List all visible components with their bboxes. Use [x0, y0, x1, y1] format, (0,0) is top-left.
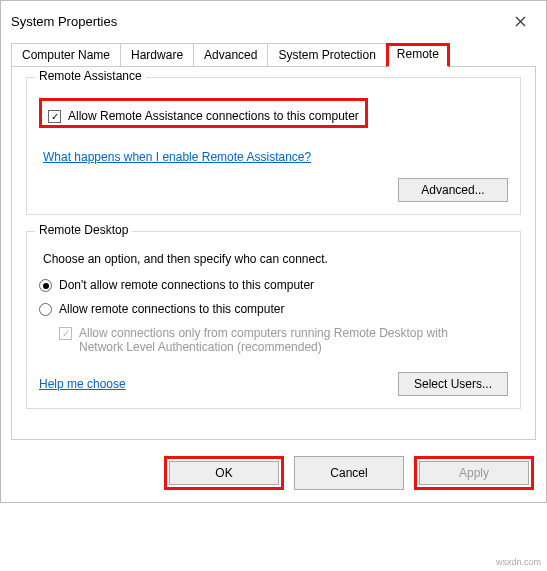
dialog-buttons: OK Cancel Apply [1, 448, 546, 502]
nla-checkbox-label: Allow connections only from computers ru… [79, 326, 479, 354]
apply-button: Apply [419, 461, 529, 485]
allow-remote-assistance-highlight: ✓ Allow Remote Assistance connections to… [39, 98, 368, 128]
cancel-button[interactable]: Cancel [294, 456, 404, 490]
radio-dont-allow[interactable]: Don't allow remote connections to this c… [39, 278, 508, 292]
remote-assistance-group: Remote Assistance ✓ Allow Remote Assista… [26, 77, 521, 215]
advanced-button[interactable]: Advanced... [398, 178, 508, 202]
radio-allow-label: Allow remote connections to this compute… [59, 302, 284, 316]
tab-advanced[interactable]: Advanced [193, 43, 268, 66]
tab-strip: Computer Name Hardware Advanced System P… [11, 43, 536, 67]
tab-remote[interactable]: Remote [386, 43, 450, 67]
select-users-button[interactable]: Select Users... [398, 372, 508, 396]
apply-highlight: Apply [414, 456, 534, 490]
tab-remote-pane: Remote Assistance ✓ Allow Remote Assista… [11, 67, 536, 440]
help-me-choose-link[interactable]: Help me choose [39, 377, 126, 391]
remote-desktop-group: Remote Desktop Choose an option, and the… [26, 231, 521, 409]
tab-system-protection[interactable]: System Protection [267, 43, 386, 66]
remote-assistance-title: Remote Assistance [35, 69, 146, 83]
watermark: wsxdn.com [496, 557, 541, 567]
tab-hardware[interactable]: Hardware [120, 43, 194, 66]
tab-computer-name[interactable]: Computer Name [11, 43, 121, 66]
radio-icon [39, 279, 52, 292]
titlebar: System Properties [1, 1, 546, 39]
radio-icon [39, 303, 52, 316]
nla-checkbox: ✓ Allow connections only from computers … [59, 326, 508, 354]
allow-remote-assistance-checkbox[interactable]: ✓ Allow Remote Assistance connections to… [48, 109, 359, 123]
ok-highlight: OK [164, 456, 284, 490]
radio-dont-allow-label: Don't allow remote connections to this c… [59, 278, 314, 292]
close-icon[interactable] [504, 9, 536, 33]
system-properties-window: System Properties Computer Name Hardware… [0, 0, 547, 503]
remote-assistance-help-link[interactable]: What happens when I enable Remote Assist… [43, 150, 311, 164]
remote-desktop-description: Choose an option, and then specify who c… [43, 252, 508, 266]
ok-button[interactable]: OK [169, 461, 279, 485]
checkbox-icon: ✓ [48, 110, 61, 123]
checkbox-icon: ✓ [59, 327, 72, 340]
radio-allow[interactable]: Allow remote connections to this compute… [39, 302, 508, 316]
remote-desktop-title: Remote Desktop [35, 223, 132, 237]
allow-remote-assistance-label: Allow Remote Assistance connections to t… [68, 109, 359, 123]
window-title: System Properties [11, 14, 117, 29]
